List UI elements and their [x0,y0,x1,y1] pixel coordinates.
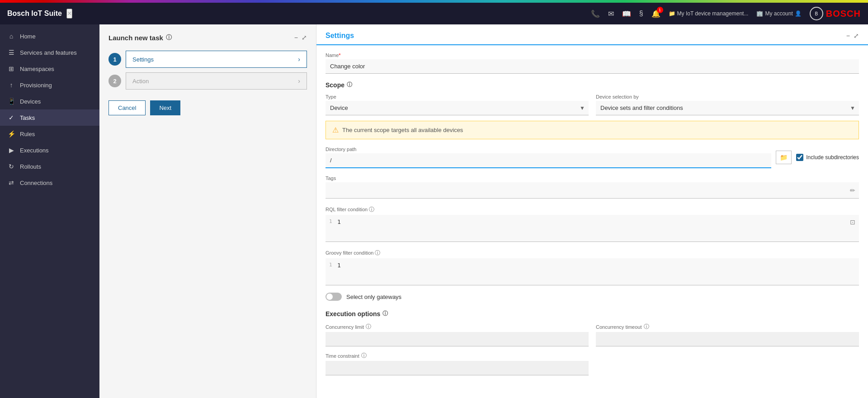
sidebar-label-rules: Rules [20,131,35,137]
name-field: Name* [326,52,859,74]
notification-badge: 1 [657,7,663,13]
device-selection-select[interactable]: Device sets and filter conditions All de… [596,101,859,115]
launch-panel: Launch new task ⓘ − ⤢ 1 Settings › [99,24,316,398]
email-icon[interactable]: ✉ [608,9,614,18]
groovy-filter-input-wrapper: 1 [326,258,859,285]
step-item-action: 2 Action › [108,72,307,90]
scope-section-title: Scope ⓘ [326,81,859,89]
warning-banner: ⚠ The current scope targets all availabl… [326,121,859,139]
sidebar-item-connections[interactable]: ⇄ Connections [0,175,99,191]
concurrency-limit-field: Concurrency limit ⓘ [326,323,589,346]
notification-icon[interactable]: 🔔 1 [651,9,660,18]
panel-buttons: Cancel Next [108,100,307,115]
panel-title-actions: − ⤢ [294,34,307,41]
sidebar-item-rollouts[interactable]: ↻ Rollouts [0,158,99,175]
gateways-toggle-knob [326,294,333,300]
billing-icon[interactable]: § [639,9,643,18]
time-constraint-label: Time constraint ⓘ [326,352,589,360]
step-action-button[interactable]: Action › [126,72,307,90]
home-icon: ⌂ [7,33,15,40]
bosch-brand-text: BOSCH [826,9,861,19]
account-link[interactable]: 🏢 My account 👤 [756,10,801,17]
scope-row: Type Device Gateway All ▼ Device selecti… [326,94,859,115]
rql-filter-action-button[interactable]: ⊡ [850,218,855,226]
panel-minimize-button[interactable]: − [294,34,298,41]
execution-options-section: Execution options ⓘ Concurrency limit ⓘ [326,310,859,375]
tags-label: Tags [326,175,859,181]
groovy-info-icon: ⓘ [375,250,380,256]
bosch-circle-icon: B [810,7,823,20]
sidebar-item-services[interactable]: ☰ Services and features [0,44,99,61]
app-close-button[interactable]: × [66,9,72,19]
step-list: 1 Settings › 2 Action › [108,51,307,90]
type-field: Type Device Gateway All ▼ [326,94,589,115]
device-selection-field: Device selection by Device sets and filt… [596,94,859,115]
tags-input-wrapper: ✏ [326,182,859,199]
device-selection-label: Device selection by [596,94,859,100]
settings-minimize-button[interactable]: − [846,32,850,39]
panel-expand-button[interactable]: ⤢ [302,34,307,41]
dir-path-label: Directory path [326,147,771,152]
step-settings-button[interactable]: Settings › [126,51,307,68]
sidebar-label-provisioning: Provisioning [20,82,52,89]
settings-body: Name* Scope ⓘ Type Device Ga [316,45,868,388]
rql-info-icon: ⓘ [369,206,374,213]
settings-expand-button[interactable]: ⤢ [854,32,859,39]
phone-icon[interactable]: 📞 [591,9,600,18]
sidebar-item-rules[interactable]: ⚡ Rules [0,126,99,142]
dir-browse-icon: 📁 [780,154,788,161]
name-field-label: Name* [326,52,859,58]
dir-path-input[interactable] [326,153,771,168]
tags-input[interactable] [326,182,859,199]
groovy-filter-input[interactable] [326,258,859,285]
sidebar-item-provisioning[interactable]: ↑ Provisioning [0,77,99,93]
type-label: Type [326,94,589,100]
rql-filter-input[interactable] [326,215,859,242]
concurrency-timeout-input[interactable] [596,332,859,346]
select-gateways-row: Select only gateways [326,293,859,301]
tasks-icon: ✓ [7,114,15,121]
time-constraint-input[interactable] [326,361,589,375]
sidebar-item-executions[interactable]: ▶ Executions [0,142,99,158]
bosch-logo: B BOSCH [810,7,861,20]
workspace-link[interactable]: 📁 My IoT device management... [669,10,749,17]
concurrency-limit-info-icon: ⓘ [366,323,371,331]
sidebar-label-namespaces: Namespaces [20,66,54,72]
rql-filter-field: RQL filter condition ⓘ 1 ⊡ [326,206,859,242]
device-selection-wrapper: Device sets and filter conditions All de… [596,101,859,115]
account-icon: 🏢 [756,10,763,17]
sidebar-item-devices[interactable]: 📱 Devices [0,93,99,109]
settings-header-actions: − ⤢ [846,32,859,39]
dir-browse-button[interactable]: 📁 [776,151,792,164]
gateways-toggle[interactable] [326,293,342,301]
panel-title-text: Launch new task [108,34,163,42]
step-settings-label: Settings [132,56,154,63]
app-title: Bosch IoT Suite [7,9,62,18]
name-input[interactable] [326,59,859,74]
type-select[interactable]: Device Gateway All [326,101,589,115]
sidebar-label-home: Home [20,33,36,40]
sidebar-item-home[interactable]: ⌂ Home [0,28,99,44]
namespaces-icon: ⊞ [7,65,15,72]
sidebar-item-tasks[interactable]: ✓ Tasks [0,109,99,126]
include-subdirs-checkbox[interactable] [796,154,803,161]
groovy-filter-label: Groovy filter condition ⓘ [326,249,859,257]
book-icon[interactable]: 📖 [622,9,631,18]
cancel-button[interactable]: Cancel [108,100,146,115]
header-right: 📞 ✉ 📖 § 🔔 1 📁 My IoT device management..… [591,7,861,20]
next-button[interactable]: Next [150,100,180,115]
groovy-filter-field: Groovy filter condition ⓘ 1 [326,249,859,285]
scope-info-icon: ⓘ [347,81,352,89]
content-area: Launch new task ⓘ − ⤢ 1 Settings › [99,24,868,398]
concurrency-timeout-info-icon: ⓘ [644,323,649,331]
type-select-wrapper: Device Gateway All ▼ [326,101,589,115]
sidebar-item-namespaces[interactable]: ⊞ Namespaces [0,61,99,77]
app-header: Bosch IoT Suite × 📞 ✉ 📖 § 🔔 1 📁 My IoT d… [0,3,868,24]
rollouts-icon: ↻ [7,163,15,170]
warning-text: The current scope targets all available … [342,127,463,133]
concurrency-limit-input[interactable] [326,332,589,346]
exec-field-empty [596,352,859,375]
provisioning-icon: ↑ [7,81,15,89]
panel-title-row: Launch new task ⓘ − ⤢ [108,33,307,42]
tags-edit-button[interactable]: ✏ [850,187,855,194]
